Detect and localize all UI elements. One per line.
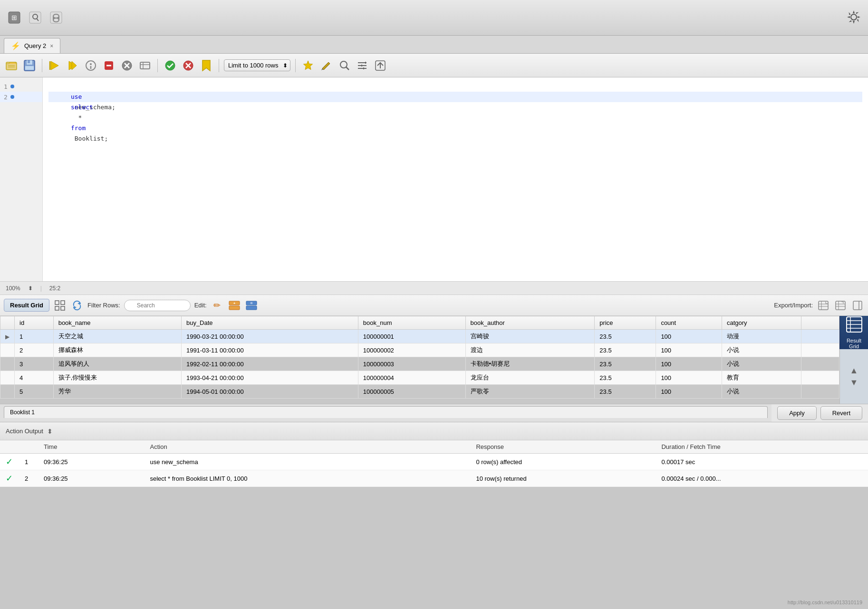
toolbar-icon-1[interactable]: ⊞ [6,9,23,26]
svg-rect-51 [55,306,59,310]
import-icon[interactable] [834,299,847,312]
zoom-stepper[interactable]: ⬍ [28,285,33,292]
app-toolbar: ⊞ [0,0,868,36]
delete-row-icon[interactable]: ≡ [245,299,258,312]
col-header-book-num[interactable]: book_num [358,316,465,330]
view-button[interactable] [137,58,153,73]
col-header-book-name[interactable]: book_name [53,316,181,330]
panel-icon[interactable] [851,299,864,312]
action-col-time: Time [38,440,145,454]
tab-close-button[interactable]: × [50,43,53,49]
bottom-area: Booklist 1 Apply Revert [0,404,868,422]
open-file-button[interactable] [4,58,19,73]
limit-select[interactable]: Limit to 1000 rows [224,59,290,71]
right-side-panel: ResultGrid ▲ ▼ [839,316,868,404]
svg-marker-21 [72,61,77,70]
line-dot-1 [10,85,14,88]
action-row: ✓ 2 09:36:25 select * from Booklist LIMI… [0,470,868,487]
booklist-tab[interactable]: Booklist 1 [4,406,768,418]
execute-selection-button[interactable] [65,58,80,73]
execute-button[interactable] [47,58,62,73]
star-button[interactable] [300,58,316,73]
stop-button[interactable] [101,58,116,73]
cursor-position: 25:2 [49,285,60,292]
svg-rect-65 [836,301,845,310]
col-header-catgory[interactable]: catgory [722,316,801,330]
bookmark-button[interactable] [199,58,214,73]
save-button[interactable] [22,58,37,73]
pen-button[interactable] [318,58,334,73]
refresh-icon[interactable] [70,299,84,312]
col-header-extra [801,316,839,330]
action-output-table-wrapper: Time Action Response Duration / Fetch Ti… [0,440,868,487]
toolbar-separator-1 [42,59,42,72]
action-output-expand[interactable]: ⬍ [47,428,53,435]
toolbar-settings-icon[interactable] [845,9,862,27]
action-col-status [0,440,19,454]
result-grid-side-icon [846,316,863,336]
arrow-button[interactable] [373,58,388,73]
filter-search-input[interactable] [124,300,191,311]
svg-text:⊞: ⊞ [11,14,17,21]
svg-rect-69 [853,301,862,310]
col-header-id[interactable]: id [15,316,54,330]
export-icon[interactable] [817,299,830,312]
toolbar-icon-2[interactable] [27,9,44,26]
apply-button[interactable]: Apply [777,406,817,420]
panel-arrows: ▲ ▼ [839,349,868,404]
cancel-button[interactable] [119,58,135,73]
svg-rect-59 [246,306,257,310]
svg-marker-38 [304,61,313,70]
result-grid-side-panel[interactable]: ResultGrid [839,316,868,349]
code-line-1: use new_schema; [48,81,862,92]
panel-down-arrow[interactable]: ▼ [850,378,858,388]
sql-editor: 1 2 use new_schema; select * from Bookli… [0,77,868,282]
toolbar-separator-3 [219,59,219,72]
data-grid-wrapper: id book_name buy_Date book_num book_auth… [0,316,868,404]
check-button[interactable] [163,58,178,73]
svg-line-40 [346,67,349,70]
svg-marker-37 [203,60,210,71]
svg-rect-61 [819,301,828,310]
result-toolbar: Result Grid Filter Rows: Edit: ✏ + [0,295,868,316]
edit-pencil-icon[interactable]: ✏ [211,299,224,312]
result-grid-side-label: ResultGrid [847,338,861,349]
col-header-arrow [0,316,15,330]
action-col-response: Response [470,440,656,454]
search2-button[interactable] [337,58,352,73]
grid-layout-icon[interactable] [53,299,67,312]
line-numbers: 1 2 [0,77,43,281]
x-button[interactable] [181,58,196,73]
limit-dropdown-wrapper: Limit to 1000 rows [224,59,290,71]
svg-rect-17 [25,66,34,70]
table-row[interactable]: 5 芳华 1994-05-01 00:00:00 100000005 严歌苓 2… [0,385,839,399]
result-data-grid[interactable]: id book_name buy_Date book_num book_auth… [0,316,839,404]
col-header-count[interactable]: count [656,316,722,330]
revert-button[interactable]: Revert [820,406,862,420]
table-row[interactable]: 4 孩子,你慢慢来 1993-04-21 00:00:00 100000004 … [0,371,839,385]
table-row[interactable]: 3 追风筝的人 1992-02-11 00:00:00 100000003 卡勒… [0,357,839,371]
toolbar-icon-3[interactable] [48,9,65,26]
sql-code-content[interactable]: use new_schema; select * from Booklist; [43,77,868,281]
explain-button[interactable] [83,58,98,73]
svg-point-23 [90,63,92,65]
table-row[interactable]: 2 挪威森林 1991-03-11 00:00:00 100000002 渡边 … [0,343,839,357]
filter-rows-label: Filter Rows: [87,302,120,309]
col-header-price[interactable]: price [595,316,656,330]
result-grid-button[interactable]: Result Grid [4,299,49,312]
svg-point-33 [165,61,175,70]
zoom-level: 100% [6,285,20,292]
svg-rect-52 [61,306,65,310]
action-output-header: Action Output ⬍ [0,422,868,440]
code-line-2: select * from Booklist; [48,92,862,102]
panel-up-arrow[interactable]: ▲ [850,366,858,376]
col-header-book-author[interactable]: book_author [465,316,595,330]
line-num-1: 1 [0,81,42,92]
query-toolbar: Limit to 1000 rows [0,54,868,77]
query-tab[interactable]: ⚡ Query 2 × [4,38,60,53]
format-button[interactable] [355,58,370,73]
add-row-icon[interactable]: + [228,299,241,312]
col-header-buy-date[interactable]: buy_Date [181,316,358,330]
svg-text:+: + [233,301,235,305]
table-row[interactable]: ▶ 1 天空之城 1990-03-21 00:00:00 100000001 宫… [0,330,839,343]
